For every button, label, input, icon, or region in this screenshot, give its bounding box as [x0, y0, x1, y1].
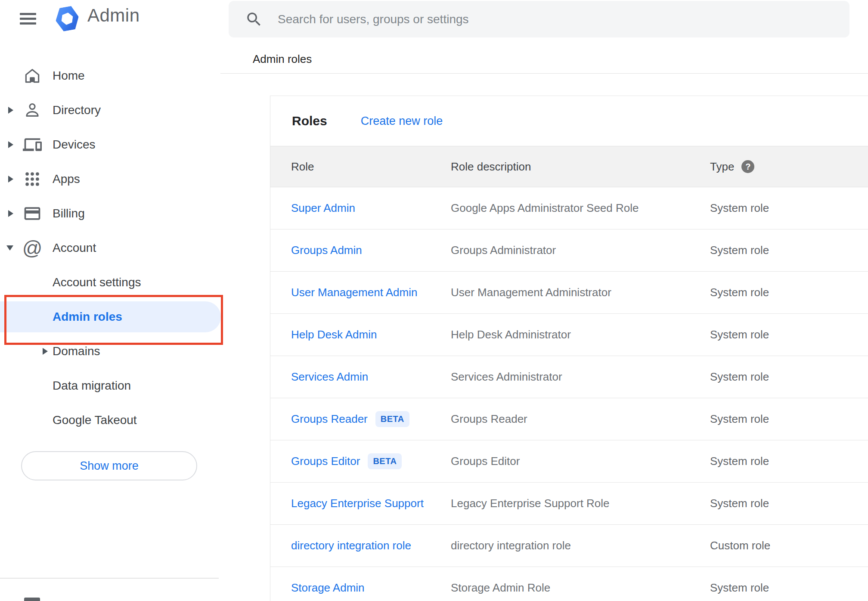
- role-description: Storage Admin Role: [451, 581, 710, 595]
- create-new-role-link[interactable]: Create new role: [361, 115, 443, 128]
- role-type: System role: [710, 286, 868, 299]
- expand-arrow-icon[interactable]: [8, 141, 13, 148]
- role-link[interactable]: Services Admin: [291, 370, 368, 384]
- search-bar[interactable]: [229, 1, 849, 37]
- person-icon: [22, 100, 42, 120]
- role-type: System role: [710, 328, 868, 341]
- help-icon[interactable]: ?: [741, 160, 754, 173]
- role-description: Services Administrator: [451, 370, 710, 384]
- beta-badge: BETA: [375, 411, 409, 427]
- credit-card-icon: [22, 204, 42, 223]
- home-icon: [22, 66, 42, 86]
- expand-arrow-icon[interactable]: [8, 107, 13, 114]
- collapse-arrow-icon[interactable]: [6, 245, 13, 251]
- table-row: Groups Editor BETA Groups Editor System …: [270, 440, 868, 483]
- role-link[interactable]: Groups Editor: [291, 455, 360, 468]
- role-link[interactable]: Groups Admin: [291, 244, 362, 257]
- clipped-sidebar-icon: [24, 598, 40, 601]
- expand-arrow-icon[interactable]: [8, 176, 13, 183]
- role-description: Groups Editor: [451, 455, 710, 468]
- sidebar-item-directory[interactable]: Directory: [0, 93, 220, 127]
- table-row: Services Admin Services Administrator Sy…: [270, 356, 868, 398]
- role-link[interactable]: directory integration role: [291, 539, 411, 552]
- show-more-button[interactable]: Show more: [21, 451, 197, 480]
- hamburger-menu-icon[interactable]: [20, 13, 36, 27]
- at-sign-icon: @: [22, 238, 42, 258]
- role-description: Groups Reader: [451, 412, 710, 426]
- role-description: Legacy Enterprise Support Role: [451, 497, 710, 510]
- expand-arrow-icon[interactable]: [8, 210, 13, 217]
- role-link[interactable]: Super Admin: [291, 201, 355, 215]
- role-type: System role: [710, 581, 868, 595]
- role-type: System role: [710, 497, 868, 510]
- role-description: Help Desk Administrator: [451, 328, 710, 341]
- beta-badge: BETA: [368, 453, 402, 469]
- role-description: directory integration role: [451, 539, 710, 552]
- sidebar-item-google-takeout[interactable]: Google Takeout: [0, 403, 220, 437]
- table-row: Help Desk Admin Help Desk Administrator …: [270, 314, 868, 356]
- role-link[interactable]: Help Desk Admin: [291, 328, 377, 341]
- sidebar-item-account[interactable]: @ Account: [0, 231, 220, 265]
- header-divider: [220, 73, 868, 74]
- sidebar-divider: [0, 578, 219, 579]
- role-link[interactable]: User Management Admin: [291, 286, 417, 299]
- page-title: Admin roles: [253, 53, 312, 66]
- table-row: Storage Admin Storage Admin Role System …: [270, 567, 868, 601]
- sidebar: Home Directory Devices Apps: [0, 59, 220, 437]
- role-description: User Management Administrator: [451, 286, 710, 299]
- devices-icon: [22, 135, 42, 155]
- sidebar-item-admin-roles[interactable]: Admin roles: [0, 300, 220, 334]
- sidebar-item-domains[interactable]: Domains: [0, 334, 220, 369]
- column-header-type: Type ?: [710, 160, 868, 173]
- column-header-description: Role description: [451, 160, 710, 173]
- roles-panel: Roles Create new role Role Role descript…: [270, 96, 868, 601]
- role-type: System role: [710, 412, 868, 426]
- table-row: directory integration role directory int…: [270, 525, 868, 567]
- role-type: System role: [710, 370, 868, 384]
- column-header-role: Role: [270, 160, 451, 173]
- roles-title: Roles: [292, 114, 327, 128]
- table-row: Groups Admin Groups Administrator System…: [270, 229, 868, 272]
- table-row: User Management Admin User Management Ad…: [270, 272, 868, 314]
- sidebar-item-account-settings[interactable]: Account settings: [0, 265, 220, 300]
- role-type: System role: [710, 244, 868, 257]
- role-description: Groups Administrator: [451, 244, 710, 257]
- role-type: Custom role: [710, 539, 868, 552]
- sidebar-item-apps[interactable]: Apps: [0, 162, 220, 196]
- sidebar-item-billing[interactable]: Billing: [0, 196, 220, 231]
- sidebar-item-home[interactable]: Home: [0, 59, 220, 93]
- sidebar-item-devices[interactable]: Devices: [0, 127, 220, 162]
- roles-panel-header: Roles Create new role: [270, 96, 868, 146]
- role-description: Google Apps Administrator Seed Role: [451, 201, 710, 215]
- apps-grid-icon: [22, 169, 42, 189]
- google-admin-logo-icon: [56, 6, 79, 31]
- search-input[interactable]: [229, 1, 849, 37]
- app-title: Admin: [87, 5, 140, 26]
- role-type: System role: [710, 455, 868, 468]
- role-link[interactable]: Legacy Enterprise Support: [291, 497, 424, 510]
- expand-arrow-icon[interactable]: [43, 348, 48, 355]
- role-type: System role: [710, 201, 868, 215]
- table-row: Super Admin Google Apps Administrator Se…: [270, 187, 868, 229]
- role-link[interactable]: Storage Admin: [291, 581, 365, 595]
- sidebar-item-data-migration[interactable]: Data migration: [0, 369, 220, 403]
- role-link[interactable]: Groups Reader: [291, 412, 368, 426]
- table-row: Groups Reader BETA Groups Reader System …: [270, 398, 868, 440]
- table-header-row: Role Role description Type ?: [270, 146, 868, 187]
- table-row: Legacy Enterprise Support Legacy Enterpr…: [270, 483, 868, 525]
